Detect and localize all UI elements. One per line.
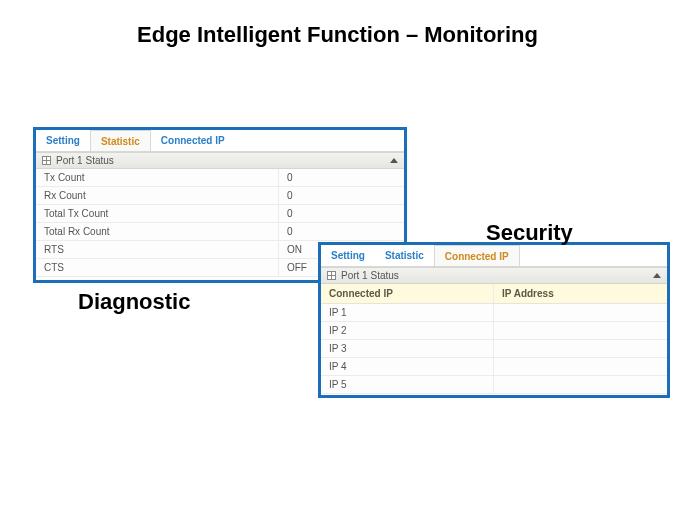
security-tabs: Setting Statistic Connected IP bbox=[321, 245, 667, 267]
table-row: Tx Count 0 bbox=[36, 169, 404, 187]
stat-label: Total Tx Count bbox=[36, 205, 279, 222]
tab-setting[interactable]: Setting bbox=[36, 130, 90, 151]
stat-label: Rx Count bbox=[36, 187, 279, 204]
tab-statistic[interactable]: Statistic bbox=[375, 245, 434, 266]
stat-value: 0 bbox=[279, 223, 404, 240]
stat-label: Tx Count bbox=[36, 169, 279, 186]
security-column-header: Connected IP IP Address bbox=[321, 284, 667, 304]
table-row: IP 2 bbox=[321, 322, 667, 340]
chevron-up-icon bbox=[653, 273, 661, 278]
tab-statistic[interactable]: Statistic bbox=[90, 130, 151, 151]
stat-value: 0 bbox=[279, 187, 404, 204]
tab-connected-ip[interactable]: Connected IP bbox=[151, 130, 235, 151]
stat-label: CTS bbox=[36, 259, 279, 276]
table-row: IP 5 bbox=[321, 376, 667, 394]
diagnostic-section-header[interactable]: Port 1 Status bbox=[36, 152, 404, 169]
grid-icon bbox=[42, 156, 51, 165]
column-header-connected-ip: Connected IP bbox=[321, 284, 494, 303]
grid-icon bbox=[327, 271, 336, 280]
ip-label: IP 1 bbox=[321, 304, 494, 321]
table-row: Total Rx Count 0 bbox=[36, 223, 404, 241]
table-row: Rx Count 0 bbox=[36, 187, 404, 205]
diagnostic-caption: Diagnostic bbox=[78, 289, 190, 315]
diagnostic-section-title: Port 1 Status bbox=[56, 155, 114, 166]
ip-label: IP 5 bbox=[321, 376, 494, 393]
security-section-title: Port 1 Status bbox=[341, 270, 399, 281]
stat-label: Total Rx Count bbox=[36, 223, 279, 240]
tab-connected-ip[interactable]: Connected IP bbox=[434, 245, 520, 266]
stat-value: 0 bbox=[279, 169, 404, 186]
ip-label: IP 3 bbox=[321, 340, 494, 357]
ip-label: IP 4 bbox=[321, 358, 494, 375]
table-row: IP 4 bbox=[321, 358, 667, 376]
page-title: Edge Intelligent Function – Monitoring bbox=[0, 22, 675, 48]
chevron-up-icon bbox=[390, 158, 398, 163]
ip-value bbox=[494, 322, 667, 339]
security-section-header[interactable]: Port 1 Status bbox=[321, 267, 667, 284]
ip-value bbox=[494, 340, 667, 357]
table-row: Total Tx Count 0 bbox=[36, 205, 404, 223]
ip-value bbox=[494, 358, 667, 375]
stat-value: 0 bbox=[279, 205, 404, 222]
column-header-ip-address: IP Address bbox=[494, 284, 667, 303]
diagnostic-tabs: Setting Statistic Connected IP bbox=[36, 130, 404, 152]
ip-value bbox=[494, 376, 667, 393]
table-row: IP 1 bbox=[321, 304, 667, 322]
ip-label: IP 2 bbox=[321, 322, 494, 339]
tab-setting[interactable]: Setting bbox=[321, 245, 375, 266]
security-caption: Security bbox=[486, 220, 573, 246]
ip-value bbox=[494, 304, 667, 321]
table-row: IP 3 bbox=[321, 340, 667, 358]
security-panel: Setting Statistic Connected IP Port 1 St… bbox=[318, 242, 670, 398]
stat-label: RTS bbox=[36, 241, 279, 258]
